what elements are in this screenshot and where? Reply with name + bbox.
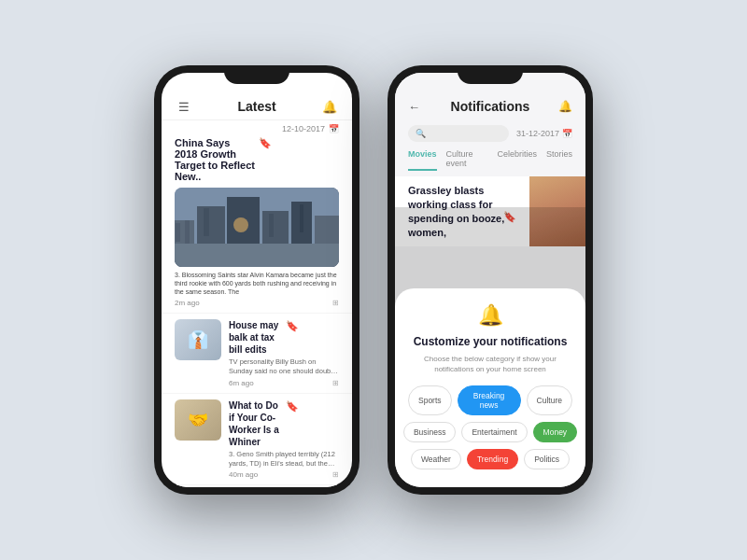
tab-culture-event[interactable]: Culture event	[446, 149, 488, 171]
tabs-row: Movies Culture event Celebrities Stories	[395, 146, 585, 176]
share-icon-2[interactable]: ⊞	[332, 470, 339, 479]
top-story[interactable]: China Says 2018 Growth Target to Reflect…	[162, 137, 352, 313]
article-2-bookmark[interactable]: 🔖	[286, 399, 340, 413]
svg-rect-13	[300, 204, 303, 232]
top-story-caption: 3. Blossoming Saints star Alvin Kamara b…	[175, 271, 339, 296]
menu-icon[interactable]: ☰	[175, 100, 193, 114]
article-desc-1: TV personality Billy Bush on Sunday said…	[229, 357, 339, 376]
svg-rect-9	[176, 223, 180, 242]
top-story-time-row: 2m ago ⊞	[175, 299, 339, 307]
notification-modal: 🔔 Customize your notifications Choose th…	[395, 288, 585, 487]
article-item-2[interactable]: 🤝 What to Do if Your Co-Worker Is a Whin…	[162, 393, 352, 485]
left-screen: ☰ Latest 🔔 12-10-2017 📅 China Says 2018 …	[162, 73, 352, 487]
news-feed: China Says 2018 Growth Target to Reflect…	[162, 137, 352, 487]
article-1-bookmark[interactable]: 🔖	[286, 319, 340, 332]
article-desc-2: 3. Geno Smith played terribly (212 yards…	[229, 450, 339, 469]
modal-title: Customize your notifications	[408, 335, 572, 348]
notifications-title: Notifications	[427, 99, 554, 114]
money-button[interactable]: Money	[533, 422, 578, 442]
svg-rect-12	[269, 214, 274, 237]
date-text: 12-10-2017	[282, 124, 325, 133]
article-item[interactable]: 👔 House may balk at tax bill edits 🔖 TV …	[162, 313, 352, 393]
politics-button[interactable]: Politics	[524, 449, 570, 469]
top-story-title: China Says 2018 Growth Target to Reflect…	[175, 137, 339, 182]
tab-movies[interactable]: Movies	[408, 149, 437, 171]
category-row-1: Sports Breaking news Culture	[408, 385, 572, 415]
right-phone: ← Notifications 🔔 🔍 31-12-2017 📅 Movies …	[388, 65, 593, 495]
share-icon[interactable]: ⊞	[332, 299, 339, 307]
right-notch	[458, 65, 523, 84]
article-time-1: 6m ago	[229, 379, 254, 387]
article-thumb-1: 👔	[175, 319, 221, 360]
breaking-news-button[interactable]: Breaking news	[458, 385, 521, 415]
modal-desc: Choose the below category if show your n…	[408, 354, 572, 374]
article-content-1: House may balk at tax bill edits 🔖 TV pe…	[229, 319, 339, 387]
article-time-row-1: 6m ago ⊞	[229, 379, 339, 387]
svg-point-8	[233, 217, 248, 232]
article-content-2: What to Do if Your Co-Worker Is a Whiner…	[229, 399, 339, 480]
search-bar: 🔍 31-12-2017 📅	[395, 121, 585, 146]
article-thumb-2: 🤝	[175, 399, 221, 441]
sports-button[interactable]: Sports	[408, 385, 452, 415]
left-phone: ☰ Latest 🔔 12-10-2017 📅 China Says 2018 …	[154, 65, 359, 495]
trending-button[interactable]: Trending	[467, 449, 518, 469]
share-icon-1[interactable]: ⊞	[332, 379, 339, 387]
left-notch	[224, 65, 289, 84]
right-calendar-icon[interactable]: 📅	[562, 129, 572, 138]
right-screen: ← Notifications 🔔 🔍 31-12-2017 📅 Movies …	[395, 73, 585, 487]
modal-overlay: 🔔 Customize your notifications Choose th…	[395, 207, 585, 487]
article-title-2: What to Do if Your Co-Worker Is a Whiner…	[229, 399, 339, 448]
date-row: 12-10-2017 📅	[162, 120, 352, 137]
modal-bell-icon: 🔔	[408, 303, 572, 328]
article-time-2: 40m ago	[229, 470, 258, 479]
svg-rect-7	[175, 244, 339, 267]
office-image: 👔	[175, 319, 221, 360]
entertainment-button[interactable]: Entertaiment	[461, 422, 527, 442]
tab-celebrities[interactable]: Celebrities	[497, 149, 537, 171]
weather-button[interactable]: Weather	[411, 449, 461, 469]
right-date: 31-12-2017	[516, 129, 559, 138]
search-icon: 🔍	[416, 129, 426, 138]
search-input[interactable]: 🔍	[408, 125, 509, 142]
hands-image: 🤝	[175, 399, 221, 441]
bottom-partial-item[interactable]: California 18-year-old	[162, 484, 352, 487]
top-story-time: 2m ago	[175, 299, 200, 307]
category-row-3: Weather Trending Politics	[408, 449, 572, 469]
top-story-bookmark[interactable]: 🔖	[259, 137, 339, 149]
back-button[interactable]: ←	[408, 100, 427, 114]
bell-icon[interactable]: 🔔	[320, 100, 339, 114]
article-title-1: House may balk at tax bill edits 🔖	[229, 319, 339, 356]
article-time-row-2: 40m ago ⊞	[229, 470, 339, 479]
category-row-2: Business Entertaiment Money	[408, 422, 572, 442]
top-story-image	[175, 188, 339, 267]
header-bell-icon[interactable]: 🔔	[554, 100, 572, 113]
business-button[interactable]: Business	[403, 422, 457, 442]
latest-title: Latest	[193, 99, 320, 114]
tab-stories[interactable]: Stories	[546, 149, 572, 171]
calendar-icon[interactable]: 📅	[329, 124, 339, 133]
svg-rect-11	[204, 208, 209, 236]
svg-rect-10	[185, 220, 190, 244]
culture-button[interactable]: Culture	[527, 385, 572, 415]
